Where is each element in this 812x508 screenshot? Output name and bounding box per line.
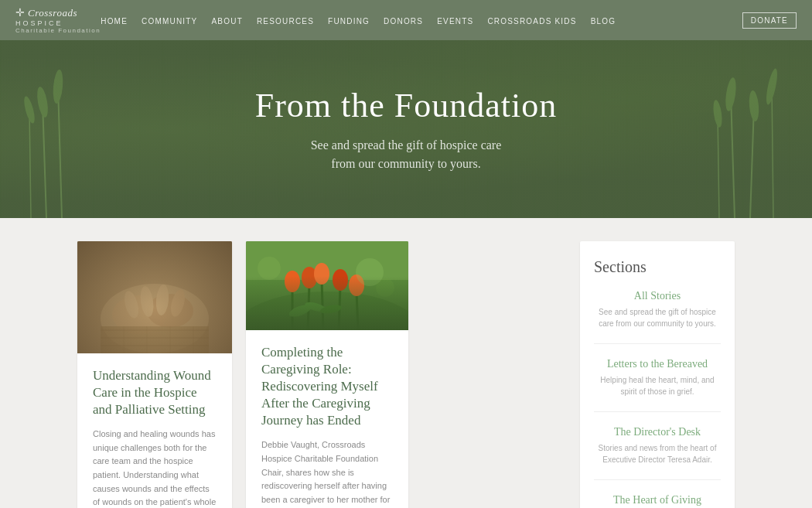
- svg-line-4: [29, 110, 31, 218]
- svg-point-40: [314, 263, 329, 285]
- nav-events[interactable]: EVENTS: [437, 17, 473, 26]
- nav-funding[interactable]: FUNDING: [328, 17, 370, 26]
- section-directors-desk: The Director's Desk Stories and news fro…: [594, 426, 721, 480]
- svg-line-34: [308, 284, 309, 330]
- svg-point-28: [155, 284, 169, 315]
- section-letters-bereaved: Letters to the Bereaved Helping heal the…: [594, 358, 721, 412]
- sidebar-title: Sections: [594, 258, 721, 276]
- svg-point-26: [122, 290, 142, 320]
- svg-point-32: [246, 292, 408, 330]
- svg-rect-14: [77, 241, 232, 353]
- donate-button[interactable]: DONATE: [742, 12, 797, 29]
- svg-point-11: [764, 67, 780, 105]
- svg-line-10: [772, 87, 773, 218]
- svg-point-38: [285, 271, 300, 292]
- section-heart-giving: The Heart of Giving Honoring the graciou…: [594, 494, 721, 508]
- card-caregiving: Completing the Caregiving Role: Rediscov…: [246, 241, 408, 508]
- card-title-wound-care[interactable]: Understanding Wound Care in the Hospice …: [93, 367, 217, 418]
- section-all-stories-desc: See and spread the gift of hospice care …: [594, 306, 721, 329]
- svg-line-12: [718, 114, 719, 218]
- svg-line-6: [731, 94, 735, 218]
- hero-subtitle: See and spread the gift of hospice care …: [255, 136, 558, 173]
- svg-point-13: [712, 99, 724, 128]
- nav-links: HOME COMMUNITY ABOUT RESOURCES FUNDING D…: [101, 13, 742, 27]
- svg-line-8: [750, 106, 754, 218]
- logo-text: Crossroads: [28, 7, 77, 19]
- svg-point-43: [288, 302, 312, 319]
- nav-about[interactable]: ABOUT: [212, 17, 243, 26]
- svg-point-45: [319, 304, 342, 315]
- card-text-caregiving: Debbie Vaught, Crossroads Hospice Charit…: [261, 438, 393, 508]
- svg-point-48: [376, 278, 394, 297]
- hero-banner: From the Foundation See and spread the g…: [0, 40, 812, 218]
- section-directors-title[interactable]: The Director's Desk: [594, 426, 721, 438]
- section-letters-desc: Helping heal the heart, mind, and spirit…: [594, 374, 721, 397]
- card-text-wound-care: Closing and healing wounds has unique ch…: [93, 428, 217, 508]
- nav-home[interactable]: HOME: [101, 17, 128, 26]
- svg-point-9: [748, 90, 759, 122]
- logo-hospice: HOSPICE: [15, 19, 63, 27]
- logo: ✛ Crossroads HOSPICE Charitable Foundati…: [15, 6, 101, 34]
- section-directors-desc: Stories and news from the heart of Execu…: [594, 442, 721, 465]
- svg-point-29: [169, 288, 188, 319]
- svg-point-42: [349, 274, 364, 296]
- navigation: ✛ Crossroads HOSPICE Charitable Foundati…: [0, 0, 812, 40]
- svg-point-3: [52, 70, 64, 104]
- sections-sidebar: Sections All Stories See and spread the …: [580, 241, 735, 508]
- cross-icon: ✛: [15, 6, 25, 19]
- svg-point-41: [333, 269, 348, 291]
- card-image-flowers: [246, 241, 408, 330]
- card-title-caregiving[interactable]: Completing the Caregiving Role: Rediscov…: [261, 344, 393, 429]
- card-wound-care: Understanding Wound Care in the Hospice …: [77, 241, 232, 508]
- svg-line-36: [339, 286, 340, 330]
- main-content: Understanding Wound Care in the Hospice …: [0, 218, 812, 508]
- nav-crossroads-kids[interactable]: CROSSROADS KIDS: [487, 17, 576, 26]
- svg-point-5: [22, 95, 37, 124]
- section-heart-giving-title[interactable]: The Heart of Giving: [594, 494, 721, 506]
- hero-title: From the Foundation: [255, 86, 558, 125]
- svg-point-16: [112, 295, 166, 334]
- svg-line-0: [43, 102, 46, 218]
- svg-point-7: [724, 77, 738, 111]
- nav-donors[interactable]: DONORS: [384, 17, 423, 26]
- nav-resources[interactable]: RESOURCES: [257, 17, 314, 26]
- section-all-stories-title[interactable]: All Stories: [594, 290, 721, 302]
- svg-point-17: [147, 294, 193, 328]
- card-body-caregiving: Completing the Caregiving Role: Rediscov…: [246, 330, 408, 508]
- svg-point-44: [304, 301, 327, 314]
- section-letters-title[interactable]: Letters to the Bereaved: [594, 358, 721, 370]
- svg-point-27: [138, 285, 155, 318]
- svg-line-37: [357, 292, 358, 330]
- svg-point-15: [101, 284, 209, 353]
- nav-community[interactable]: COMMUNITY: [142, 17, 197, 26]
- article-cards: Understanding Wound Care in the Hospice …: [77, 241, 565, 508]
- card-body-wound-care: Understanding Wound Care in the Hospice …: [77, 353, 232, 508]
- card-image-hands: [77, 241, 232, 353]
- logo-sub: Charitable Foundation: [15, 27, 101, 34]
- hero-content: From the Foundation See and spread the g…: [255, 86, 558, 173]
- svg-point-1: [36, 86, 50, 118]
- nav-blog[interactable]: BLOG: [591, 17, 616, 26]
- svg-point-47: [258, 257, 281, 280]
- svg-rect-18: [101, 326, 209, 353]
- svg-line-2: [58, 87, 62, 218]
- svg-point-46: [356, 258, 384, 286]
- svg-line-35: [322, 280, 323, 330]
- section-all-stories: All Stories See and spread the gift of h…: [594, 290, 721, 344]
